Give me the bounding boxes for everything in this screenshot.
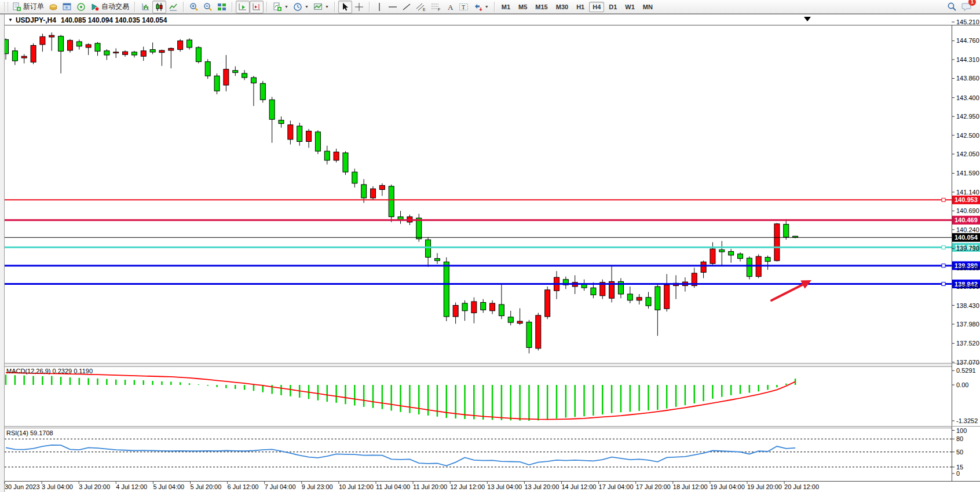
time-axis-label: 20 Jul 12:00 bbox=[784, 483, 819, 490]
time-axis-label: 13 Jul 04:00 bbox=[487, 483, 522, 490]
timeframe-MN[interactable]: MN bbox=[639, 2, 656, 12]
cursor-arrow-icon bbox=[341, 2, 350, 12]
fibonacci-icon: F bbox=[431, 2, 441, 12]
data-window-button[interactable] bbox=[60, 1, 74, 13]
line-handle[interactable] bbox=[942, 282, 945, 286]
timeframe-group: M1M5M15M30H1H4D1W1MN bbox=[498, 2, 656, 12]
timeframe-M1[interactable]: M1 bbox=[498, 2, 514, 12]
chart-frame bbox=[0, 14, 980, 492]
add-indicator-button[interactable]: ▼ bbox=[270, 1, 291, 13]
time-axis-label: 17 Jul 20:00 bbox=[636, 483, 671, 490]
bar-chart-button[interactable] bbox=[138, 1, 152, 13]
line-chart-button[interactable] bbox=[166, 1, 180, 13]
price-levels: 140.953140.469140.054139.817139.380138.9… bbox=[5, 196, 980, 288]
zoom-in-button[interactable] bbox=[187, 1, 201, 13]
time-axis-label: 12 Jul 12:00 bbox=[450, 483, 485, 490]
price-badge-label: 140.054 bbox=[955, 234, 978, 241]
toolbar-separator bbox=[134, 2, 136, 12]
zoom-out-button[interactable] bbox=[201, 1, 215, 13]
macd-label: MACD(12,26,9) 0.2329 0.1190 bbox=[6, 368, 93, 374]
toolbar-separator bbox=[232, 2, 233, 12]
timeframe-H1[interactable]: H1 bbox=[573, 2, 588, 12]
svg-text:137.520: 137.520 bbox=[956, 340, 979, 347]
time-axis-label: 30 Jun 2023 bbox=[5, 483, 40, 490]
auto-trading-button[interactable]: 自动交易 bbox=[88, 1, 131, 13]
chart-end-marker bbox=[804, 17, 811, 21]
svg-text:100: 100 bbox=[956, 427, 967, 434]
arrows-icon bbox=[473, 2, 482, 12]
trendline-button[interactable] bbox=[400, 1, 414, 13]
svg-text:0.00: 0.00 bbox=[956, 381, 968, 388]
timeframe-H4[interactable]: H4 bbox=[589, 2, 604, 12]
clock-icon bbox=[293, 2, 302, 12]
equidistant-channel-button[interactable]: E bbox=[414, 1, 429, 13]
svg-text:145.210: 145.210 bbox=[956, 19, 979, 25]
line-handle[interactable] bbox=[942, 245, 945, 249]
text-label-button[interactable]: T bbox=[456, 1, 471, 13]
timeframe-M15[interactable]: M15 bbox=[532, 2, 551, 12]
time-axis-label: 5 Jul 20:00 bbox=[191, 483, 222, 490]
template-button[interactable]: ▼ bbox=[311, 1, 331, 13]
new-order-icon bbox=[12, 2, 21, 12]
autotrade-icon bbox=[90, 2, 100, 12]
horizontal-line-button[interactable] bbox=[386, 1, 400, 13]
periods-button[interactable]: ▼ bbox=[291, 1, 311, 13]
timeframe-M30[interactable]: M30 bbox=[553, 2, 572, 12]
bar-chart-icon bbox=[141, 2, 150, 12]
terminal-icon bbox=[63, 2, 72, 12]
svg-text:138.880: 138.880 bbox=[956, 283, 979, 290]
timeframe-D1[interactable]: D1 bbox=[605, 2, 620, 12]
market-watch-button[interactable] bbox=[46, 1, 60, 13]
crosshair-icon bbox=[354, 2, 364, 12]
svg-text:144.760: 144.760 bbox=[956, 37, 979, 44]
fibonacci-button[interactable]: F bbox=[429, 1, 444, 13]
svg-text:139.330: 139.330 bbox=[956, 265, 979, 271]
search-icon bbox=[947, 2, 957, 12]
toolbar-separator bbox=[369, 2, 370, 12]
svg-text:140.690: 140.690 bbox=[956, 207, 979, 214]
collapse-triangle-icon[interactable]: ▼ bbox=[8, 17, 13, 23]
notifications-button[interactable]: 1 bbox=[959, 1, 974, 13]
text-button[interactable]: A bbox=[444, 1, 456, 13]
candlestick-icon bbox=[155, 2, 164, 12]
time-axis-label: 14 Jul 12:00 bbox=[562, 483, 597, 490]
price-axis: 145.210144.760144.310143.860143.400142.9… bbox=[952, 19, 979, 366]
arrows-button[interactable]: ▼ bbox=[471, 1, 491, 13]
price-badge-label: 140.469 bbox=[955, 216, 978, 223]
search-button[interactable] bbox=[945, 1, 959, 13]
svg-text:F: F bbox=[438, 8, 440, 12]
line-handle[interactable] bbox=[942, 264, 945, 267]
new-order-button[interactable]: 新订单 bbox=[10, 1, 46, 13]
candlestick-chart-button[interactable] bbox=[152, 1, 166, 13]
svg-text:-1.3252: -1.3252 bbox=[956, 417, 978, 424]
chevron-down-icon: ▼ bbox=[305, 5, 309, 9]
time-axis-label: 3 Jul 20:00 bbox=[79, 483, 110, 490]
timeframe-W1[interactable]: W1 bbox=[621, 2, 638, 12]
auto-trading-label: 自动交易 bbox=[101, 2, 129, 12]
rsi-axis: 1008050150 bbox=[952, 427, 967, 478]
svg-text:80: 80 bbox=[956, 435, 963, 442]
tile-windows-button[interactable] bbox=[215, 1, 229, 13]
time-axis-label: 13 Jul 20:00 bbox=[524, 483, 559, 490]
cursor-button[interactable] bbox=[338, 1, 352, 13]
svg-text:138.430: 138.430 bbox=[956, 302, 979, 309]
time-axis-label: 9 Jul 23:00 bbox=[302, 483, 333, 490]
toolbar-grip[interactable] bbox=[4, 2, 8, 12]
time-axis-label: 18 Jul 12:00 bbox=[673, 483, 708, 490]
svg-text:142.050: 142.050 bbox=[956, 150, 979, 157]
gold-icon bbox=[49, 2, 58, 12]
svg-text:139.790: 139.790 bbox=[956, 245, 979, 252]
crosshair-button[interactable] bbox=[352, 1, 366, 13]
auto-scroll-button[interactable] bbox=[236, 1, 250, 13]
time-axis-label: 11 Jul 20:00 bbox=[413, 483, 447, 490]
svg-text:140.240: 140.240 bbox=[956, 226, 979, 233]
chart-shift-button[interactable] bbox=[250, 1, 264, 13]
chart-canvas[interactable]: 140.953140.469140.054139.817139.380138.9… bbox=[0, 0, 980, 492]
svg-text:144.310: 144.310 bbox=[956, 56, 979, 63]
time-axis-label: 19 Jul 20:00 bbox=[747, 483, 782, 490]
line-handle[interactable] bbox=[942, 198, 945, 201]
timeframe-M5[interactable]: M5 bbox=[515, 2, 531, 12]
vertical-line-button[interactable] bbox=[373, 1, 386, 13]
svg-text:141.590: 141.590 bbox=[956, 170, 979, 177]
signals-button[interactable] bbox=[74, 1, 88, 13]
